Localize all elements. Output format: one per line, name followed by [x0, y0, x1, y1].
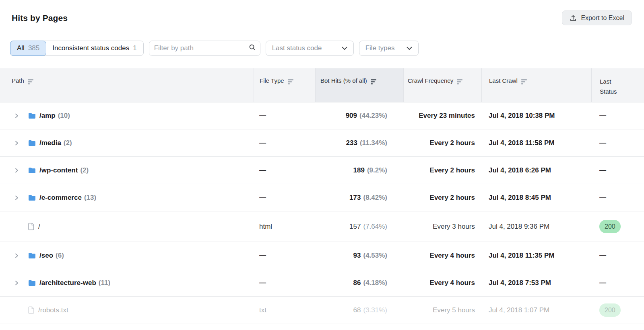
bot-hits-percent: (7.64%): [363, 223, 387, 231]
table-row[interactable]: /media (2) — 233 (11.34%) Every 2 hours …: [0, 129, 644, 157]
bot-hits-cell: 173 (8.42%): [315, 194, 403, 202]
path-count: (2): [64, 139, 72, 147]
bot-hits-percent: (9.2%): [367, 166, 387, 174]
bot-hits-percent: (3.31%): [363, 306, 387, 314]
status-badge: 200: [599, 220, 621, 233]
tab-all-label: All: [17, 44, 25, 52]
page-title: Hits by Pages: [12, 13, 68, 23]
path-cell: /media (2): [0, 139, 254, 147]
table-row[interactable]: /seo (6) — 93 (4.53%) Every 4 hours Jul …: [0, 242, 644, 269]
status-empty: —: [599, 166, 606, 174]
tab-inconsistent-status-codes[interactable]: Inconsistent status codes 1: [46, 41, 143, 55]
table-row[interactable]: / html 157 (7.64%) Every 3 hours Jul 4, …: [0, 211, 644, 242]
last-crawl-cell: Jul 4, 2018 10:38 PM: [481, 112, 591, 120]
crawl-frequency-cell: Every 3 hours: [403, 223, 481, 231]
chevron-right-icon[interactable]: [14, 141, 19, 146]
bot-hits-value: 93: [353, 252, 361, 260]
path-cell: /robots.txt: [0, 306, 254, 314]
chevron-down-icon: [402, 44, 412, 52]
last-crawl-cell: Jul 4, 2018 1:07 PM: [481, 306, 591, 314]
last-crawl-cell: Jul 4, 2018 9:36 PM: [481, 223, 591, 231]
status-filter-tabs: All 385 Inconsistent status codes 1: [10, 41, 144, 56]
chevron-right-icon[interactable]: [14, 195, 19, 200]
bot-hits-value: 909: [346, 112, 357, 120]
file-icon: [28, 223, 35, 230]
last-status-code-label: Last status code: [272, 44, 322, 52]
table-row[interactable]: /robots.txt txt 68 (3.31%) Every 5 hours…: [0, 297, 644, 324]
crawl-frequency-cell: Every 2 hours: [403, 139, 481, 147]
last-status-cell: —: [591, 252, 644, 260]
chevron-right-icon[interactable]: [14, 281, 19, 285]
hits-table: Path File Type Bot Hits (% of all) Crawl…: [0, 68, 644, 324]
file-type-cell: txt: [254, 306, 315, 314]
bot-hits-cell: 909 (44.23%): [315, 112, 403, 120]
path-label: /robots.txt: [38, 306, 68, 314]
path-label: /amp: [39, 112, 56, 120]
column-header-path[interactable]: Path: [0, 68, 254, 102]
path-cell: /architecture-web (11): [0, 279, 254, 287]
folder-icon: [28, 167, 36, 174]
table-row[interactable]: /e-commerce (13) — 173 (8.42%) Every 2 h…: [0, 184, 644, 211]
last-status-cell: —: [591, 139, 644, 147]
status-empty: —: [599, 194, 606, 201]
hits-by-pages-panel: Hits by Pages Export to Excel All 385 In…: [0, 0, 644, 330]
sort-icon: [457, 79, 462, 84]
last-status-cell: 200: [591, 220, 644, 233]
file-icon: [28, 306, 35, 314]
path-count: (6): [56, 252, 64, 260]
column-header-bot-hits[interactable]: Bot Hits (% of all): [315, 68, 403, 102]
tab-all[interactable]: All 385: [10, 41, 46, 56]
export-to-excel-button[interactable]: Export to Excel: [562, 10, 632, 25]
last-crawl-cell: Jul 4, 2018 11:58 PM: [481, 139, 591, 147]
path-label: /wp-content: [39, 166, 78, 174]
search-button[interactable]: [245, 41, 260, 55]
bot-hits-cell: 86 (4.18%): [315, 279, 403, 287]
bot-hits-value: 86: [353, 279, 361, 287]
file-type-cell: —: [254, 194, 315, 202]
file-types-dropdown[interactable]: File types: [359, 41, 419, 56]
table-row[interactable]: /wp-content (2) — 189 (9.2%) Every 2 hou…: [0, 157, 644, 184]
chevron-right-icon[interactable]: [14, 113, 19, 118]
folder-icon: [28, 113, 36, 119]
table-row[interactable]: /amp (10) — 909 (44.23%) Every 23 minute…: [0, 102, 644, 129]
status-empty: —: [599, 112, 606, 119]
last-status-cell: —: [591, 166, 644, 174]
filter-bar: All 385 Inconsistent status codes 1 Last: [10, 41, 644, 56]
column-header-crawl-frequency[interactable]: Crawl Frequency: [403, 68, 481, 102]
last-status-code-dropdown[interactable]: Last status code: [266, 41, 354, 56]
bot-hits-percent: (4.53%): [363, 252, 387, 260]
path-filter-input[interactable]: [149, 41, 245, 55]
column-header-file-type[interactable]: File Type: [254, 68, 315, 102]
path-count: (2): [80, 166, 89, 174]
table-body: /amp (10) — 909 (44.23%) Every 23 minute…: [0, 102, 644, 324]
sort-icon: [521, 79, 527, 84]
folder-icon: [28, 280, 36, 286]
path-label: /e-commerce: [39, 194, 82, 202]
last-status-cell: —: [591, 112, 644, 120]
path-cell: /wp-content (2): [0, 166, 254, 174]
sort-icon: [288, 79, 293, 84]
bot-hits-cell: 93 (4.53%): [315, 252, 403, 260]
path-label: /architecture-web: [39, 279, 96, 287]
path-cell: /seo (6): [0, 252, 254, 260]
crawl-frequency-cell: Every 5 hours: [403, 306, 481, 314]
crawl-frequency-cell: Every 4 hours: [403, 279, 481, 287]
topbar: Hits by Pages Export to Excel: [0, 0, 644, 25]
chevron-right-icon[interactable]: [14, 168, 19, 173]
table-header: Path File Type Bot Hits (% of all) Crawl…: [0, 68, 644, 102]
path-filter: [149, 41, 260, 56]
status-empty: —: [599, 252, 606, 259]
bot-hits-cell: 233 (11.34%): [315, 139, 403, 147]
last-crawl-cell: Jul 4, 2018 7:53 PM: [481, 279, 591, 287]
folder-icon: [28, 252, 36, 259]
table-row[interactable]: /architecture-web (11) — 86 (4.18%) Ever…: [0, 269, 644, 297]
last-crawl-cell: Jul 4, 2018 8:45 PM: [481, 194, 591, 202]
column-header-last-crawl[interactable]: Last Crawl: [481, 68, 591, 102]
status-badge: 200: [599, 303, 621, 317]
chevron-right-icon[interactable]: [14, 253, 19, 258]
file-type-cell: html: [254, 223, 315, 231]
last-status-cell: 200: [591, 303, 644, 317]
file-type-cell: —: [254, 279, 315, 287]
bot-hits-cell: 68 (3.31%): [315, 306, 403, 314]
crawl-frequency-cell: Every 23 minutes: [403, 112, 481, 120]
